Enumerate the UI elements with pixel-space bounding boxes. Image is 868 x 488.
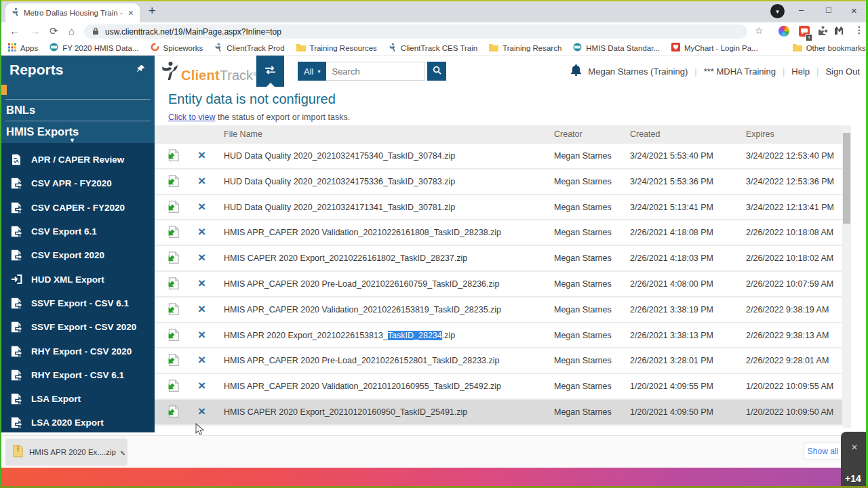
bookmark-item[interactable]: Other bookmarks [793, 43, 866, 53]
table-scrollbar[interactable] [842, 125, 851, 428]
bookmark-item[interactable]: HMIS Data Standar... [573, 43, 660, 53]
pin-icon[interactable] [136, 64, 145, 76]
new-tab-button[interactable]: + [149, 4, 156, 18]
download-file-icon[interactable] [164, 329, 180, 346]
download-file-icon[interactable] [164, 354, 180, 371]
delete-x-icon[interactable]: × [198, 199, 205, 216]
sidebar-item-csv-apr-fy2020[interactable]: CSV APR - FY2020 [0, 171, 155, 195]
scrollbar-thumb[interactable] [843, 133, 850, 224]
bookmark-item[interactable]: Spiceworks [151, 43, 203, 53]
sidebar-item-apr-caper-review[interactable]: APR / CAPER Review [0, 148, 155, 171]
back-icon[interactable]: ← [9, 25, 20, 37]
download-file-icon[interactable] [164, 226, 180, 243]
browser-tab[interactable]: Metro Dallas Housing Train - Clie × [5, 3, 140, 22]
bookmark-item[interactable]: ClientTrack Prod [214, 43, 284, 53]
bookmark-item[interactable]: MyChart - Login Pa... [671, 43, 758, 53]
delete-x-icon[interactable]: × [198, 301, 205, 318]
bookmark-item[interactable]: Training Resarch [489, 43, 561, 53]
download-file-icon[interactable] [164, 251, 180, 268]
file-name-cell: HMIS APR_CAPER 2020 Validation_202102261… [224, 228, 501, 237]
download-file-icon[interactable] [164, 201, 180, 218]
notifications-bell-icon[interactable] [571, 64, 581, 78]
window-close-button[interactable]: × [851, 5, 857, 16]
address-bar[interactable]: usw.clienttrack.net/19/MainPage.aspx?Inl… [84, 24, 747, 39]
delete-x-icon[interactable]: × [198, 378, 205, 394]
sidebar-item-csv-export-6-1[interactable]: CSV Export 6.1 [0, 220, 155, 243]
reload-icon[interactable]: ⟳ [50, 25, 58, 37]
overlay-close-icon[interactable]: ✕ [851, 443, 858, 452]
chat-extension-icon[interactable]: 3 [799, 26, 810, 39]
sidebar-item-rhy-export-csv-6-1[interactable]: RHY Export - CSV 6.1 [0, 363, 155, 387]
table-row[interactable]: ×HMIS APR_CAPER 2020 Validation_20210120… [155, 374, 842, 400]
bookmark-star-icon[interactable]: ☆ [755, 25, 764, 36]
extensions-puzzle-icon[interactable] [818, 26, 828, 39]
sidebar-item-hud-xml-export[interactable]: HUD XML Export [0, 267, 155, 291]
download-file-icon[interactable] [164, 175, 180, 192]
window-maximize-button[interactable]: □ [826, 5, 831, 15]
download-file-icon[interactable] [164, 303, 180, 320]
sidebar-item-ssvf-export-csv-2020[interactable]: SSVF Export - CSV 2020 [0, 315, 155, 339]
workspace-switch-button[interactable] [256, 56, 284, 87]
forward-icon[interactable]: → [30, 25, 40, 37]
bookmark-item[interactable]: ClientTrack CES Train [389, 43, 477, 53]
column-header-created[interactable]: Created [630, 129, 660, 139]
search-scope-dropdown[interactable]: All ▾ [298, 62, 326, 81]
table-row[interactable]: ×HMIS CAPER 2020 Export_20210120160950_T… [155, 400, 842, 426]
search-input[interactable] [326, 62, 425, 81]
delete-x-icon[interactable]: × [198, 327, 205, 344]
download-item[interactable]: HMIS APR 2020 Ex....zip [5, 439, 127, 466]
user-name[interactable]: Megan Starnes (Training) [588, 66, 688, 77]
sidebar-group-bnls[interactable]: BNLs [0, 100, 155, 120]
delete-x-icon[interactable]: × [198, 275, 205, 292]
bookmark-item[interactable]: Apps [8, 43, 38, 53]
table-row[interactable]: ×HUD Data Quality 2020_20210324175336_Ta… [155, 169, 842, 195]
sidebar-item-lsa-2020-export[interactable]: LSA 2020 Export [0, 411, 155, 434]
home-icon[interactable]: ⌂ [68, 25, 75, 37]
delete-x-icon[interactable]: × [198, 403, 205, 420]
organization-name[interactable]: *** MDHA Training [704, 66, 776, 77]
sign-in-icon [9, 274, 24, 285]
browser-menu-icon[interactable]: ⋮ [854, 24, 864, 35]
sidebar-group-hmis-exports[interactable]: HMIS Exports [0, 122, 155, 141]
table-row[interactable]: ×HUD Data Quality 2020_20210324171341_Ta… [155, 195, 842, 221]
delete-x-icon[interactable]: × [198, 173, 205, 190]
bookmark-item[interactable]: Training Resources [296, 43, 377, 53]
sidebar-item-ssvf-export-csv-6-1[interactable]: SSVF Export - CSV 6.1 [0, 291, 155, 315]
table-row[interactable]: ×HUD Data Quality 2020_20210324175340_Ta… [155, 144, 842, 169]
delete-x-icon[interactable]: × [198, 352, 205, 369]
mdha-extension-icon[interactable] [834, 26, 845, 38]
color-wheel-extension-icon[interactable] [778, 26, 789, 37]
search-button[interactable] [427, 62, 446, 81]
download-file-icon[interactable] [164, 380, 180, 396]
table-row[interactable]: ×HMIS APR_CAPER 2020 Validation_20210226… [155, 298, 842, 323]
delete-x-icon[interactable]: × [198, 224, 205, 241]
click-to-view-link[interactable]: Click to view [168, 113, 215, 122]
chevron-up-icon[interactable] [121, 451, 125, 455]
column-header-creator[interactable]: Creator [554, 129, 583, 139]
delete-x-icon[interactable]: × [198, 249, 205, 266]
help-link[interactable]: Help [791, 66, 810, 77]
window-minimize-button[interactable]: – [799, 5, 804, 15]
table-row[interactable]: ×HMIS APR_CAPER 2020 Pre-Load_2021022615… [155, 348, 842, 374]
column-header-file-name[interactable]: File Name [224, 129, 262, 139]
sidebar-item-rhy-export-csv-2020[interactable]: RHY Export - CSV 2020 [0, 339, 155, 363]
table-row[interactable]: ×HMIS APR_CAPER 2020 Validation_20210226… [155, 220, 842, 246]
table-row[interactable]: ×HMIS APR_CAPER 2020 Pre-Load_2021022616… [155, 272, 842, 298]
table-row[interactable]: ×HMIS CAPER 2020 Export_20210226161802_T… [155, 246, 842, 272]
sidebar-item-lsa-export[interactable]: LSA Export [0, 387, 155, 411]
table-row[interactable]: ×HMIS APR 2020 Export_20210226153813_Tas… [155, 323, 842, 349]
delete-x-icon[interactable]: × [198, 147, 205, 164]
download-file-icon[interactable] [164, 405, 180, 422]
download-file-icon[interactable] [164, 149, 180, 166]
media-controls-icon[interactable]: ▾ [770, 4, 785, 18]
tab-close-icon[interactable]: × [128, 8, 134, 18]
show-all-downloads-button[interactable]: Show all [804, 443, 842, 460]
bookmarks-left: AppsFY 2020 HMIS Data...SpiceworksClient… [8, 43, 758, 53]
download-file-icon[interactable] [164, 277, 180, 294]
sidebar-item-csv-caper-fy2020[interactable]: CSV CAPER - FY2020 [0, 196, 155, 220]
column-header-expires[interactable]: Expires [746, 129, 774, 139]
sidebar-item-csv-export-2020[interactable]: CSV Export 2020 [0, 243, 155, 267]
mouse-cursor [195, 423, 204, 439]
sign-out-link[interactable]: Sign Out [825, 66, 860, 77]
bookmark-item[interactable]: FY 2020 HMIS Data... [50, 43, 138, 53]
